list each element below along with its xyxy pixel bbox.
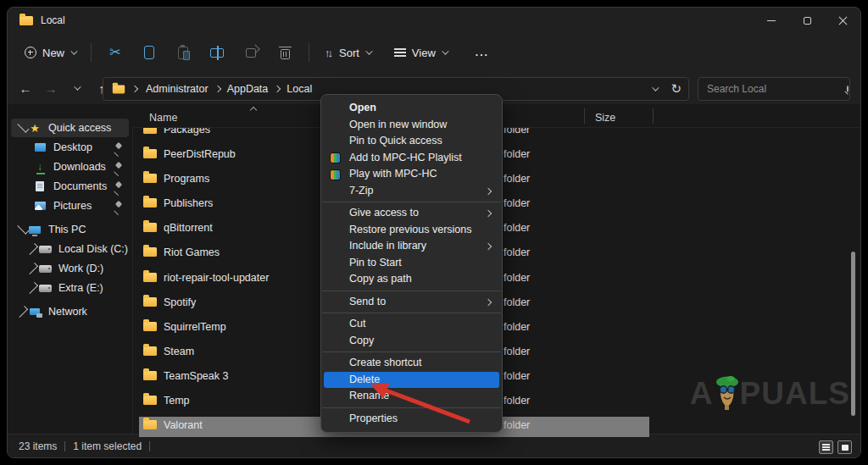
menu-divider xyxy=(322,313,501,313)
refresh-icon[interactable]: ↻ xyxy=(670,81,682,97)
list-lines-icon xyxy=(822,446,830,448)
menu-divider xyxy=(322,202,501,202)
sidebar-item-documents[interactable]: Documents xyxy=(11,177,129,196)
file-type: folder xyxy=(504,321,530,333)
sidebar-item-label: Documents xyxy=(53,180,107,192)
sidebar: ★ Quick access Desktop ↓ Downloads Docum… xyxy=(8,104,132,434)
folder-icon xyxy=(143,273,157,282)
menu-item-cut[interactable]: Cut xyxy=(321,316,502,333)
sidebar-item-downloads[interactable]: ↓ Downloads xyxy=(11,158,129,176)
chevron-right-icon[interactable] xyxy=(26,263,38,274)
menu-item-restore-previous-versions[interactable]: Restore previous versions xyxy=(321,222,502,239)
forward-button[interactable]: → xyxy=(38,76,64,100)
sidebar-item-label: Work (D:) xyxy=(58,263,103,274)
sidebar-item-extra-e[interactable]: Extra (E:) xyxy=(11,279,129,297)
sidebar-item-work-d[interactable]: Work (D:) xyxy=(11,259,129,278)
menu-item-pin-to-quick-access[interactable]: Pin to Quick access xyxy=(321,133,502,150)
menu-item-properties[interactable]: Properties xyxy=(321,411,502,428)
vertical-scrollbar[interactable] xyxy=(851,252,855,416)
search-input[interactable] xyxy=(698,83,847,95)
thumbnail-view-button[interactable] xyxy=(837,440,852,454)
sidebar-item-local-disk-c[interactable]: Local Disk (C:) xyxy=(11,240,129,258)
menu-item-send-to[interactable]: Send to xyxy=(321,294,502,311)
maximize-button[interactable] xyxy=(789,8,825,33)
column-divider[interactable] xyxy=(584,108,585,124)
column-divider[interactable] xyxy=(653,108,654,124)
folder-icon xyxy=(143,247,157,257)
file-name: Valorant xyxy=(164,419,203,431)
details-view-button[interactable] xyxy=(819,440,833,454)
paste-button[interactable] xyxy=(166,38,200,67)
folder-icon xyxy=(143,198,157,208)
chevron-down-icon xyxy=(74,83,81,90)
menu-item-include-in-library[interactable]: Include in library xyxy=(321,238,502,255)
view-button[interactable]: View xyxy=(386,38,455,67)
share-button[interactable] xyxy=(234,38,268,67)
file-type: folder xyxy=(504,370,530,382)
drive-icon xyxy=(39,285,52,292)
close-button[interactable] xyxy=(825,8,860,33)
cut-button[interactable]: ✂ xyxy=(98,38,132,67)
back-button[interactable]: ← xyxy=(13,76,38,100)
chevron-down-icon[interactable] xyxy=(17,223,29,235)
sidebar-item-this-pc[interactable]: This PC xyxy=(11,220,129,239)
menu-item-7zip[interactable]: 7-Zip xyxy=(321,183,502,200)
new-button[interactable]: New xyxy=(16,38,84,67)
menu-item-copy-as-path[interactable]: Copy as path xyxy=(321,271,502,288)
menu-item-copy[interactable]: Copy xyxy=(321,333,502,350)
column-header-size[interactable]: Size xyxy=(595,112,615,124)
menu-item-label: Copy as path xyxy=(349,273,412,285)
breadcrumb-administrator[interactable]: Administrator xyxy=(141,83,214,95)
view-button-label: View xyxy=(412,47,436,59)
menu-item-pin-to-start[interactable]: Pin to Start xyxy=(321,255,502,272)
rename-button[interactable] xyxy=(200,38,234,67)
menu-item-give-access-to[interactable]: Give access to xyxy=(321,205,502,222)
menu-item-create-shortcut[interactable]: Create shortcut xyxy=(321,355,502,372)
breadcrumb-local[interactable]: Local xyxy=(281,83,317,95)
address-dropdown-icon[interactable] xyxy=(653,84,659,91)
pin-icon xyxy=(114,182,122,191)
sidebar-item-network[interactable]: Network xyxy=(11,302,129,321)
delete-button[interactable] xyxy=(268,38,302,67)
status-divider xyxy=(64,441,65,451)
sort-arrows-icon: ↑↓ xyxy=(325,47,331,59)
sort-button[interactable]: ↑↓ Sort xyxy=(316,38,379,67)
menu-item-add-to-mpc-playlist[interactable]: Add to MPC-HC Playlist xyxy=(321,150,502,167)
menu-item-label: Play with MPC-HC xyxy=(349,168,437,180)
chevron-right-icon[interactable] xyxy=(26,243,38,255)
folder-icon xyxy=(143,149,157,158)
sidebar-item-desktop[interactable]: Desktop xyxy=(11,138,129,157)
search-icon[interactable] xyxy=(847,86,849,92)
picture-icon xyxy=(35,202,46,210)
chevron-right-icon[interactable] xyxy=(26,282,38,294)
folder-icon xyxy=(143,346,157,356)
file-name: Riot Games xyxy=(164,246,220,258)
sidebar-item-label: Extra (E:) xyxy=(58,282,103,294)
menu-item-rename[interactable]: Rename xyxy=(321,388,502,405)
menu-item-open[interactable]: Open xyxy=(321,100,502,117)
drive-icon xyxy=(39,246,52,253)
file-name: Programs xyxy=(164,173,209,185)
sidebar-item-pictures[interactable]: Pictures xyxy=(11,197,129,215)
ellipsis-icon: ... xyxy=(476,47,489,58)
chevron-right-icon[interactable] xyxy=(16,306,28,318)
sort-ascending-icon xyxy=(250,107,257,113)
see-more-button[interactable]: ... xyxy=(467,38,498,67)
copy-button[interactable] xyxy=(132,38,166,67)
menu-item-delete[interactable]: Delete xyxy=(324,372,499,389)
folder-icon xyxy=(113,85,125,93)
breadcrumb-appdata[interactable]: AppData xyxy=(222,83,274,95)
submenu-chevron-icon xyxy=(485,187,492,194)
sidebar-item-quick-access[interactable]: ★ Quick access xyxy=(11,119,129,137)
rename-icon xyxy=(210,48,224,58)
column-header-name[interactable]: Name xyxy=(149,112,177,124)
menu-item-label: Open in new window xyxy=(349,119,447,130)
menu-item-open-in-new-window[interactable]: Open in new window xyxy=(321,117,502,134)
recent-locations-button[interactable] xyxy=(64,76,89,100)
chevron-right-icon xyxy=(214,86,220,92)
minimize-button[interactable] xyxy=(754,8,789,33)
pin-icon xyxy=(114,163,122,171)
menu-item-label: Pin to Quick access xyxy=(349,135,442,147)
menu-item-play-with-mpc[interactable]: Play with MPC-HC xyxy=(321,166,502,183)
items-count: 23 items xyxy=(19,440,57,452)
